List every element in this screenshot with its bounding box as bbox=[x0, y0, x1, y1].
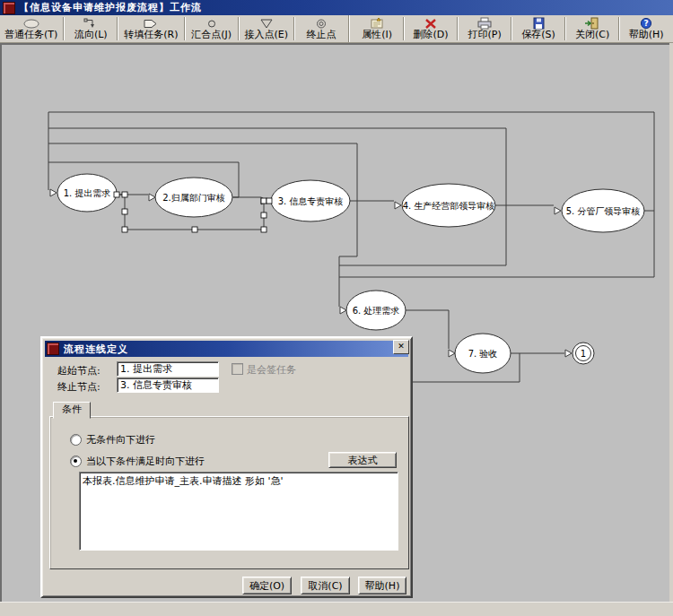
svg-text:7. 验收: 7. 验收 bbox=[468, 349, 498, 359]
svg-text:3. 信息专责审核: 3. 信息专责审核 bbox=[278, 196, 344, 206]
window-bottom-border bbox=[0, 602, 673, 616]
countersign-checkbox[interactable] bbox=[232, 363, 243, 375]
toolbar-button-transfer-task[interactable]: 转填任务(R) bbox=[119, 15, 182, 42]
toolbar-separator bbox=[403, 17, 405, 40]
radio-selected-dot bbox=[74, 459, 77, 463]
delete-icon bbox=[424, 17, 438, 30]
app-icon bbox=[3, 2, 15, 14]
toolbar-separator bbox=[117, 17, 118, 40]
entry-point-icon bbox=[259, 17, 274, 30]
countersign-label: 是会签任务 bbox=[247, 363, 296, 377]
flow-node-3[interactable]: 3. 信息专责审核 bbox=[271, 180, 350, 221]
start-node-label: 起始节点: bbox=[57, 364, 101, 377]
condition-expression-textarea[interactable]: 本报表.信息维护申请_主表.申请描述 形如 '急' bbox=[79, 472, 398, 551]
flow-arrow-icon bbox=[83, 17, 99, 30]
connector-definition-dialog: 流程连线定义 ✕ 起始节点: 1. 提出需求 终止节点: 3. 信息专责审核 是… bbox=[40, 336, 413, 598]
toolbar-button-save[interactable]: 保存(S) bbox=[513, 15, 564, 42]
save-icon bbox=[532, 17, 546, 30]
cancel-button[interactable]: 取消(C) bbox=[301, 577, 350, 594]
toolbar-separator bbox=[511, 17, 512, 40]
toolbar-button-close[interactable]: 关闭(C) bbox=[567, 15, 617, 42]
window-titlebar: 【信息设备申请维护报废流程】工作流 bbox=[0, 0, 673, 15]
start-node-field[interactable]: 1. 提出需求 bbox=[117, 361, 219, 377]
toolbar-button-terminate-point[interactable]: 终止点 bbox=[296, 15, 346, 42]
toolbar-button-normal-task[interactable]: 普通任务(T) bbox=[0, 15, 62, 42]
tab-condition[interactable]: 条件 bbox=[53, 402, 91, 419]
window-title: 【信息设备申请维护报废流程】工作流 bbox=[19, 1, 202, 14]
flow-node-1[interactable]: 1. 提出需求 bbox=[57, 174, 117, 212]
arrow-into-node6 bbox=[340, 307, 346, 314]
help-icon: ? bbox=[640, 17, 652, 30]
condition-tab-page: 无条件向下进行 当以下条件满足时向下进行 表达式 本报表.信息维护申请_主表.申… bbox=[49, 416, 409, 569]
svg-text:1: 1 bbox=[581, 349, 586, 359]
radio-unconditional-label: 无条件向下进行 bbox=[86, 433, 155, 447]
flow-end-node[interactable]: 1 bbox=[572, 343, 594, 364]
toolbar-separator bbox=[238, 17, 240, 40]
toolbar-separator bbox=[457, 17, 459, 40]
flow-node-6[interactable]: 6. 处理需求 bbox=[346, 291, 406, 330]
radio-conditional-label: 当以下条件满足时向下进行 bbox=[86, 455, 205, 468]
properties-icon bbox=[369, 17, 385, 30]
toolbar-button-print[interactable]: 打印(P) bbox=[459, 15, 510, 42]
flow-node-7[interactable]: 7. 验收 bbox=[455, 334, 511, 373]
arrow-into-node2 bbox=[149, 194, 155, 201]
flow-node-4[interactable]: 4. 生产经营部领导审核 bbox=[402, 184, 495, 227]
svg-text:?: ? bbox=[643, 19, 648, 28]
flow-node-2[interactable]: 2.归属部门审核 bbox=[155, 178, 232, 217]
svg-text:2.归属部门审核: 2.归属部门审核 bbox=[162, 193, 225, 203]
arrow-into-node4 bbox=[395, 202, 401, 209]
toolbar-button-entry-point[interactable]: 接入点(E) bbox=[240, 15, 293, 42]
arrow-into-end bbox=[565, 350, 572, 357]
dialog-close-icon[interactable]: ✕ bbox=[393, 340, 409, 354]
window-right-border bbox=[669, 43, 673, 602]
toolbar-separator bbox=[63, 17, 65, 40]
node2-feedback-riser bbox=[233, 162, 239, 197]
close-door-icon bbox=[584, 17, 600, 30]
toolbar-button-help[interactable]: ? 帮助(H) bbox=[621, 15, 671, 42]
svg-text:5. 分管厂领导审核: 5. 分管厂领导审核 bbox=[566, 206, 641, 216]
toolbar-button-properties[interactable]: 属性(I) bbox=[352, 15, 402, 42]
print-icon bbox=[476, 17, 493, 30]
app-window: 【信息设备申请维护报废流程】工作流 普通任务(T) 流向(L) 转填任务(R) bbox=[0, 0, 673, 616]
toolbar-separator bbox=[564, 17, 566, 40]
ellipse-task-icon bbox=[22, 17, 40, 30]
arrow-into-node5 bbox=[555, 207, 561, 214]
expression-button[interactable]: 表达式 bbox=[328, 452, 397, 468]
toolbar-button-delete[interactable]: 删除(D) bbox=[406, 15, 456, 42]
toolbar-button-flow-direction[interactable]: 流向(L) bbox=[66, 15, 116, 42]
radio-unconditional[interactable] bbox=[70, 434, 82, 446]
help-button[interactable]: 帮助(H) bbox=[358, 577, 406, 594]
svg-text:6. 处理需求: 6. 处理需求 bbox=[353, 306, 400, 316]
toolbar-separator bbox=[618, 17, 620, 40]
merge-point-icon bbox=[205, 17, 218, 30]
svg-text:1. 提出需求: 1. 提出需求 bbox=[64, 188, 111, 198]
svg-text:4. 生产经营部领导审核: 4. 生产经营部领导审核 bbox=[403, 201, 495, 211]
dialog-title: 流程连线定义 bbox=[64, 343, 128, 356]
toolbar-separator bbox=[293, 17, 295, 40]
radio-conditional[interactable] bbox=[70, 455, 82, 467]
flow-node-5[interactable]: 5. 分管厂领导审核 bbox=[562, 189, 644, 232]
toolbar-separator bbox=[184, 17, 186, 40]
toolbar-button-merge-point[interactable]: 汇合点(J) bbox=[187, 15, 237, 42]
dialog-icon bbox=[47, 343, 59, 355]
transfer-task-icon bbox=[143, 17, 159, 30]
toolbar-group-separator bbox=[348, 15, 350, 42]
ok-button[interactable]: 确定(O) bbox=[242, 577, 292, 594]
arrow-into-node7 bbox=[449, 350, 455, 357]
end-node-field[interactable]: 3. 信息专责审核 bbox=[117, 377, 219, 393]
main-toolbar: 普通任务(T) 流向(L) 转填任务(R) 汇合点(J) bbox=[0, 15, 673, 43]
terminate-point-icon bbox=[315, 17, 328, 30]
end-node-label: 终止节点: bbox=[57, 380, 101, 394]
dialog-titlebar[interactable]: 流程连线定义 bbox=[45, 341, 408, 357]
arrow-into-node1 bbox=[50, 189, 57, 196]
